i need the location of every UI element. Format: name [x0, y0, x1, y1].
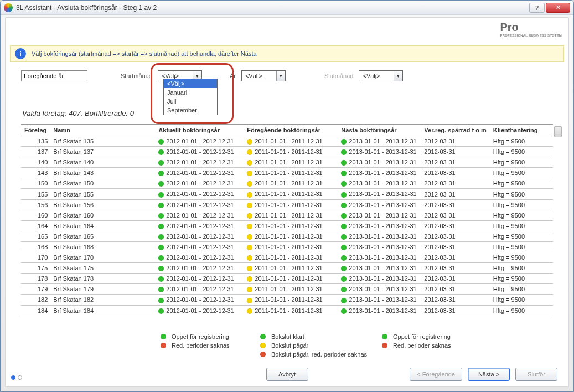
table-row[interactable]: 156Brf Skatan 1562012-01-01 - 2012-12-31… [21, 199, 553, 210]
cell-name: Brf Skatan 164 [50, 220, 155, 231]
cell-name: Brf Skatan 160 [50, 210, 155, 220]
cell-name: Brf Skatan 170 [50, 252, 155, 263]
table-row[interactable]: 170Brf Skatan 1702012-01-01 - 2012-12-31… [21, 252, 553, 263]
titlebar[interactable]: 3L Assistant - Avsluta bokföringsår - St… [1, 1, 573, 15]
cell-klient: Hftg = 9500 [490, 168, 553, 178]
table-row[interactable]: 175Brf Skatan 1752012-01-01 - 2012-12-31… [21, 263, 553, 274]
status-dot-green-icon [260, 334, 266, 339]
status-dot-yellow-icon [247, 287, 252, 292]
dropdown-option[interactable]: Januari [164, 88, 217, 97]
status-dot-yellow-icon [247, 181, 252, 187]
table-row[interactable]: 160Brf Skatan 1602012-01-01 - 2012-12-31… [21, 210, 553, 220]
cell-name: Brf Skatan 168 [50, 241, 155, 252]
help-button[interactable]: ? [529, 3, 545, 13]
table-row[interactable]: 155Brf Skatan 1552012-01-01 - 2012-12-31… [21, 189, 553, 199]
finish-button[interactable]: Slutför [515, 368, 557, 381]
chevron-down-icon[interactable] [276, 71, 285, 81]
table-row[interactable]: 179Brf Skatan 1792012-01-01 - 2012-12-31… [21, 284, 553, 295]
vertical-scrollbar[interactable] [554, 126, 562, 331]
col-verreg[interactable]: Ver.reg. spärrad t o m [421, 125, 490, 136]
legend-item: Öppet för registrering [382, 333, 493, 340]
cell-name: Brf Skatan 165 [50, 231, 155, 241]
status-dot-yellow-icon [247, 245, 252, 250]
status-dot-red-icon [260, 352, 266, 357]
table-row[interactable]: 168Brf Skatan 1682012-01-01 - 2012-12-31… [21, 241, 553, 252]
cell-klient: Hftg = 9500 [490, 136, 553, 147]
col-foregaende[interactable]: Föregående bokföringsår [244, 125, 338, 136]
col-aktuellt[interactable]: Aktuellt bokföringsår [155, 125, 244, 136]
cell-current: 2012-01-01 - 2012-12-31 [155, 263, 244, 274]
cell-klient: Hftg = 9500 [490, 274, 553, 284]
status-dot-green-icon [341, 213, 347, 219]
cell-prev: 2011-01-01 - 2011-12-31 [244, 136, 338, 147]
table-row[interactable]: 137Brf Skatan 1372012-01-01 - 2012-12-31… [21, 147, 553, 157]
col-nasta[interactable]: Nästa bokföringsår [338, 125, 421, 136]
previous-year-input[interactable] [21, 70, 87, 81]
cell-id: 140 [21, 157, 50, 168]
close-button[interactable]: ✕ [546, 3, 570, 13]
table-row[interactable]: 165Brf Skatan 1652012-01-01 - 2012-12-31… [21, 231, 553, 241]
col-namn[interactable]: Namn [50, 125, 155, 136]
col-klient[interactable]: Klienthantering [490, 125, 553, 136]
status-dot-yellow-icon [247, 234, 252, 240]
cell-locked: 2012-03-31 [421, 157, 490, 168]
table-row[interactable]: 182Brf Skatan 1822012-01-01 - 2012-12-31… [21, 295, 553, 305]
table-row[interactable]: 164Brf Skatan 1642012-01-01 - 2012-12-31… [21, 220, 553, 231]
cell-locked: 2012-03-31 [421, 189, 490, 199]
start-month-dropdown[interactable]: <Välj> Januari Juli September [163, 79, 218, 115]
status-dot-green-icon [341, 149, 347, 155]
table-row[interactable]: 143Brf Skatan 1432012-01-01 - 2012-12-31… [21, 168, 553, 178]
cell-next: 2013-01-01 - 2013-12-31 [338, 168, 421, 178]
end-month-select[interactable]: <Välj> [359, 70, 403, 81]
cell-id: 165 [21, 231, 50, 241]
status-dot-green-icon [158, 276, 164, 282]
legend-item: Öppet för registrering [161, 333, 260, 340]
dropdown-option[interactable]: September [164, 106, 217, 115]
dropdown-option[interactable]: Juli [164, 97, 217, 106]
status-dot-green-icon [158, 203, 164, 208]
status-dot-green-icon [158, 266, 164, 271]
table-row[interactable]: 150Brf Skatan 1502012-01-01 - 2012-12-31… [21, 178, 553, 189]
col-foretag[interactable]: Företag [21, 125, 50, 136]
table-row[interactable]: 140Brf Skatan 1402012-01-01 - 2012-12-31… [21, 157, 553, 168]
cell-klient: Hftg = 9500 [490, 189, 553, 199]
cell-id: 137 [21, 147, 50, 157]
cell-prev: 2011-01-01 - 2011-12-31 [244, 210, 338, 220]
scrollbar-thumb[interactable] [554, 126, 562, 137]
status-dot-green-icon [341, 181, 347, 187]
cell-klient: Hftg = 9500 [490, 220, 553, 231]
cell-current: 2012-01-01 - 2012-12-31 [155, 305, 244, 316]
previous-button[interactable]: < Föregående [410, 368, 462, 381]
status-dot-red-icon [382, 343, 387, 348]
status-dot-green-icon [341, 192, 347, 198]
cell-next: 2013-01-01 - 2013-12-31 [338, 220, 421, 231]
status-dot-yellow-icon [247, 308, 252, 314]
info-text: Välj bokföringsår (startmånad => startår… [32, 50, 257, 57]
status-dot-green-icon [382, 334, 387, 339]
cell-id: 178 [21, 274, 50, 284]
status-dot-green-icon [158, 255, 164, 261]
cell-prev: 2011-01-01 - 2011-12-31 [244, 295, 338, 305]
cell-name: Brf Skatan 175 [50, 263, 155, 274]
status-dot-yellow-icon [247, 255, 252, 261]
content-area: Pro PROFESSIONAL BUSINESS SYSTEM i Välj … [5, 17, 569, 387]
cell-name: Brf Skatan 182 [50, 295, 155, 305]
cell-id: 179 [21, 284, 50, 295]
cell-id: 156 [21, 199, 50, 210]
legend-item: Red. perioder saknas [161, 342, 260, 349]
table-row[interactable]: 184Brf Skatan 1842012-01-01 - 2012-12-31… [21, 305, 553, 316]
table-row[interactable]: 178Brf Skatan 1782012-01-01 - 2012-12-31… [21, 274, 553, 284]
cell-prev: 2011-01-01 - 2011-12-31 [244, 189, 338, 199]
cancel-button[interactable]: Avbryt [266, 368, 308, 381]
table-header-row: Företag Namn Aktuellt bokföringsår Föreg… [21, 125, 553, 136]
status-dot-green-icon [158, 139, 164, 145]
chevron-down-icon[interactable] [394, 71, 402, 81]
start-month-label: Startmånad [121, 73, 152, 79]
cell-current: 2012-01-01 - 2012-12-31 [155, 210, 244, 220]
table-row[interactable]: 135Brf Skatan 1352012-01-01 - 2012-12-31… [21, 136, 553, 147]
status-dot-yellow-icon [260, 343, 266, 348]
year-select[interactable]: <Välj> [241, 70, 286, 81]
next-button[interactable]: Nästa > [468, 368, 510, 381]
cell-current: 2012-01-01 - 2012-12-31 [155, 241, 244, 252]
dropdown-option[interactable]: <Välj> [164, 79, 217, 88]
